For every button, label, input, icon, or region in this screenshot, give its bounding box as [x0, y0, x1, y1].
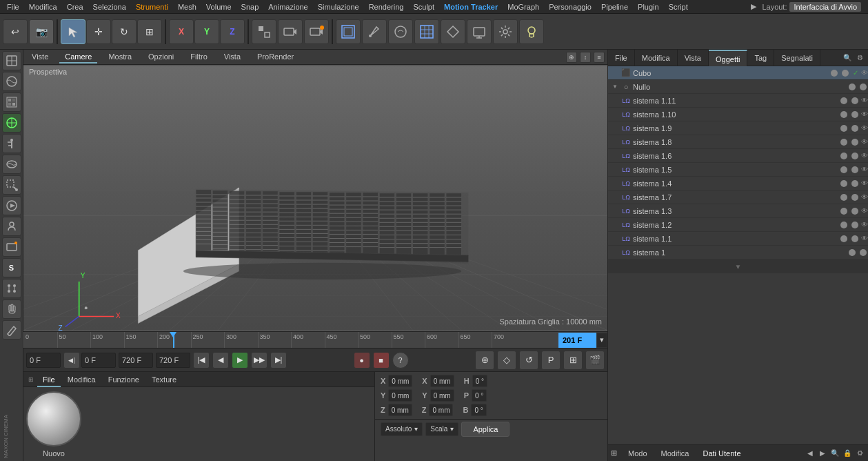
help-btn[interactable]: ? — [392, 352, 409, 369]
sidebar-texture-btn[interactable] — [2, 72, 21, 91]
prop-lock-icon[interactable]: 🔒 — [842, 448, 853, 459]
right-tab-segnalati[interactable]: Segnalati — [774, 50, 820, 66]
sidebar-s-btn[interactable]: S — [2, 258, 21, 277]
film-btn[interactable]: 🎬 — [585, 351, 605, 370]
sidebar-animate-btn[interactable] — [2, 196, 21, 215]
right-tab-oggetti[interactable]: Oggetti — [709, 50, 747, 66]
mat-tab-texture[interactable]: Texture — [146, 372, 182, 387]
prop-search-icon[interactable]: 🔍 — [829, 448, 840, 459]
play-btn[interactable]: ▶ — [232, 352, 248, 369]
menu-seleziona[interactable]: Seleziona — [89, 0, 130, 14]
tab-opzioni[interactable]: Opzioni — [143, 51, 179, 63]
mat-tab-modifica[interactable]: Modifica — [62, 372, 101, 387]
menu-motion-tracker[interactable]: Motion Tracker — [440, 0, 502, 14]
input-z2[interactable]: 0 mm — [429, 404, 453, 416]
sidebar-render-btn[interactable] — [2, 237, 21, 257]
viewport-expand-btn[interactable]: ↕ — [580, 52, 591, 63]
move-keys-btn[interactable]: ⊕ — [475, 351, 494, 370]
mat-tab-funzione[interactable]: Funzione — [103, 372, 145, 387]
sidebar-paint-btn[interactable] — [2, 92, 21, 112]
menu-simulazione[interactable]: Simulazione — [314, 0, 363, 14]
tab-mostra[interactable]: Mostra — [103, 51, 137, 63]
menu-plugin[interactable]: Plugin — [634, 0, 663, 14]
mode-dropdown[interactable]: Assoluto ▾ — [381, 422, 423, 436]
obj-sistema-1-5[interactable]: LΩ sistema 1.5 👁 — [608, 163, 868, 177]
end-frame-field[interactable]: 720 F — [119, 353, 153, 368]
move-tool-btn[interactable]: ✛ — [86, 19, 111, 44]
diamond-btn[interactable] — [441, 19, 465, 44]
input-b[interactable]: 0 ° — [471, 404, 486, 416]
menu-script[interactable]: Script — [665, 0, 692, 14]
select-tool-btn[interactable] — [61, 19, 85, 44]
display-btn[interactable] — [467, 19, 492, 44]
menu-animazione[interactable]: Animazione — [264, 0, 312, 14]
sidebar-pen-btn[interactable] — [2, 320, 21, 340]
material-item[interactable]: Nuovo — [26, 391, 81, 458]
menu-modifica[interactable]: Modifica — [25, 0, 61, 14]
snap-btn[interactable] — [252, 19, 276, 44]
total-frame-field[interactable]: 720 F — [156, 353, 190, 368]
mode2-dropdown[interactable]: Scala ▾ — [425, 422, 458, 436]
tab-viste[interactable]: Viste — [26, 51, 54, 63]
sidebar-selection-btn[interactable] — [2, 175, 21, 195]
view-mode-btn[interactable] — [336, 19, 361, 44]
current-frame-field[interactable]: 0 F — [81, 353, 116, 368]
sidebar-rigging-btn[interactable] — [2, 134, 21, 153]
first-frame-btn[interactable]: |◀ — [193, 352, 210, 369]
viewport-canvas[interactable]: Y X Z Prospettiva Spaziatura Griglia : 1… — [23, 65, 607, 331]
apply-btn[interactable]: Applica — [461, 422, 509, 437]
sidebar-model-btn[interactable] — [2, 51, 21, 70]
axis-z-btn[interactable]: Z — [220, 19, 245, 44]
menu-strumenti[interactable]: Strumenti — [132, 0, 172, 14]
prop-tab-modifica[interactable]: Modifica — [656, 446, 695, 461]
prop-right-arrow[interactable]: ▶ — [817, 448, 828, 459]
right-tab-file[interactable]: File — [608, 50, 635, 66]
prop-left-arrow[interactable]: ◀ — [805, 448, 816, 459]
viewport-menu-btn[interactable]: ≡ — [594, 52, 605, 63]
input-x2[interactable]: 0 mm — [430, 375, 454, 387]
obj-sistema-1-2[interactable]: LΩ sistema 1.2 👁 — [608, 218, 868, 232]
obj-sistema-1-11[interactable]: LΩ sistema 1.11 👁 — [608, 94, 868, 108]
undo-btn[interactable]: ↩ — [3, 19, 28, 44]
settings-icon[interactable]: ⚙ — [854, 52, 865, 63]
right-tab-modifica[interactable]: Modifica — [635, 50, 678, 66]
expand-nullo[interactable]: ▼ — [611, 83, 619, 91]
record-btn[interactable]: ● — [354, 352, 370, 369]
input-y1[interactable]: 0 mm — [388, 389, 412, 402]
scale-tool-btn[interactable]: ⊞ — [137, 19, 162, 44]
menu-mesh[interactable]: Mesh — [174, 0, 201, 14]
camera-btn[interactable]: 📷 — [29, 19, 54, 44]
camera2-btn[interactable] — [278, 19, 303, 44]
menu-snap[interactable]: Snap — [237, 0, 263, 14]
obj-cubo[interactable]: ⬛ Cubo ✓ 👁 — [608, 66, 868, 80]
layout-selector[interactable]: Layout: Interfaccia di Avvio — [758, 2, 865, 12]
menu-volume[interactable]: Volume — [202, 0, 236, 14]
sidebar-hand-btn[interactable] — [2, 300, 21, 319]
input-y2[interactable]: 0 mm — [430, 389, 454, 402]
play-back-btn[interactable]: ◀ — [212, 352, 229, 369]
loop-btn[interactable]: ↺ — [519, 351, 538, 370]
grid-btn[interactable] — [414, 19, 439, 44]
axis-y-btn[interactable]: Y — [194, 19, 219, 44]
obj-nullo[interactable]: ▼ ○ Nullo — [608, 80, 868, 94]
menu-rendering[interactable]: Rendering — [365, 0, 408, 14]
prop-settings-icon[interactable]: ⚙ — [854, 448, 865, 459]
tab-vista[interactable]: Vista — [219, 51, 246, 63]
input-p[interactable]: 0 ° — [472, 389, 487, 402]
menu-mograph[interactable]: MoGraph — [503, 0, 543, 14]
menu-pipeline[interactable]: Pipeline — [597, 0, 632, 14]
start-frame-field[interactable]: 0 F — [26, 353, 61, 368]
sculpt2-btn[interactable] — [388, 19, 413, 44]
timeline-track[interactable]: 0 50 100 150 200 250 300 350 400 450 500… — [23, 332, 558, 348]
input-h[interactable]: 0 ° — [472, 375, 487, 387]
grid2-btn[interactable]: ⊞ — [563, 351, 583, 370]
obj-sistema-1-8[interactable]: LΩ sistema 1.8 👁 — [608, 135, 868, 149]
obj-sistema-1-3[interactable]: LΩ sistema 1.3 👁 — [608, 204, 868, 218]
obj-sistema-1-4[interactable]: LΩ sistema 1.4 👁 — [608, 177, 868, 190]
tab-prorender[interactable]: ProRender — [252, 51, 299, 63]
obj-sistema-1-10[interactable]: LΩ sistema 1.10 👁 — [608, 108, 868, 121]
sidebar-track-btn[interactable] — [2, 279, 21, 298]
search-icon[interactable]: 🔍 — [842, 52, 853, 63]
obj-sistema-1-7[interactable]: LΩ sistema 1.7 👁 — [608, 190, 868, 204]
obj-sistema-1[interactable]: LΩ sistema 1 — [608, 246, 868, 259]
